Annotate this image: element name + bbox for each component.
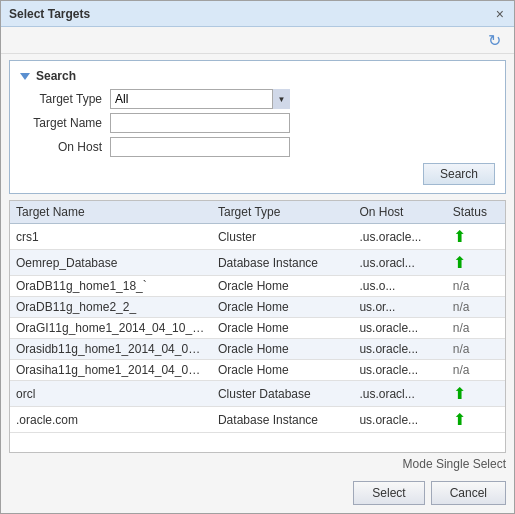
cell-status: n/a	[447, 276, 505, 297]
mode-label: Mode	[403, 457, 433, 471]
cell-status: ⬆	[447, 381, 505, 407]
cell-target-name: OraDB11g_home2_2_	[10, 297, 212, 318]
cell-target-name: orcl	[10, 381, 212, 407]
cell-status: n/a	[447, 339, 505, 360]
status-na-label: n/a	[453, 342, 470, 356]
search-section: Search Target Type All Cluster Database …	[9, 60, 506, 194]
cell-status: n/a	[447, 318, 505, 339]
table-row[interactable]: OraDB11g_home2_2_Oracle Homeus.or...n/a	[10, 297, 505, 318]
cell-target-type: Oracle Home	[212, 339, 353, 360]
status-up-icon: ⬆	[453, 228, 466, 245]
select-button[interactable]: Select	[353, 481, 424, 505]
table-row[interactable]: orclCluster Database.us.oracl...⬆	[10, 381, 505, 407]
collapse-triangle-icon[interactable]	[20, 73, 30, 80]
table-row[interactable]: .oracle.comDatabase Instanceus.oracle...…	[10, 407, 505, 433]
status-na-label: n/a	[453, 300, 470, 314]
table-row[interactable]: OraDB11g_home1_18_`Oracle Home.us.o...n/…	[10, 276, 505, 297]
cell-target-type: Oracle Home	[212, 276, 353, 297]
cell-target-type: Cluster Database	[212, 381, 353, 407]
cell-on-host: .us.o...	[353, 276, 446, 297]
table-header-row: Target Name Target Type On Host Status	[10, 201, 505, 224]
cell-on-host: us.or...	[353, 297, 446, 318]
refresh-icon[interactable]: ↻	[488, 31, 506, 49]
cell-target-type: Oracle Home	[212, 360, 353, 381]
target-name-input[interactable]	[110, 113, 290, 133]
cell-on-host: us.oracle...	[353, 407, 446, 433]
close-button[interactable]: ×	[494, 7, 506, 21]
table-row[interactable]: crs1Cluster.us.oracle...⬆	[10, 224, 505, 250]
cell-status: n/a	[447, 360, 505, 381]
table-row[interactable]: Oemrep_DatabaseDatabase Instance.us.orac…	[10, 250, 505, 276]
cell-target-name: crs1	[10, 224, 212, 250]
cell-status: n/a	[447, 297, 505, 318]
table-row[interactable]: OraGI11g_home1_2014_04_10_08_5...Oracle …	[10, 318, 505, 339]
cell-target-name: .oracle.com	[10, 407, 212, 433]
toolbar: ↻	[1, 27, 514, 54]
cell-on-host: .us.oracle...	[353, 224, 446, 250]
cell-on-host: us.oracle...	[353, 339, 446, 360]
cell-target-type: Cluster	[212, 224, 353, 250]
results-section: Target Name Target Type On Host Status c…	[9, 200, 506, 453]
cell-target-name: Oemrep_Database	[10, 250, 212, 276]
status-na-label: n/a	[453, 363, 470, 377]
cell-status: ⬆	[447, 407, 505, 433]
status-up-icon: ⬆	[453, 254, 466, 271]
target-type-label: Target Type	[20, 92, 110, 106]
status-na-label: n/a	[453, 321, 470, 335]
cell-on-host: us.oracle...	[353, 360, 446, 381]
cell-target-name: Orasiha11g_home1_2014_04_09_02...	[10, 360, 212, 381]
cell-target-type: Oracle Home	[212, 318, 353, 339]
col-target-type: Target Type	[212, 201, 353, 224]
table-row[interactable]: Orasidb11g_home1_2014_04_09_02...Oracle …	[10, 339, 505, 360]
target-name-label: Target Name	[20, 116, 110, 130]
cell-on-host: .us.oracl...	[353, 250, 446, 276]
cell-target-type: Database Instance	[212, 407, 353, 433]
status-up-icon: ⬆	[453, 385, 466, 402]
cell-status: ⬆	[447, 250, 505, 276]
status-up-icon: ⬆	[453, 411, 466, 428]
results-table: Target Name Target Type On Host Status c…	[10, 201, 505, 433]
table-row[interactable]: Orasiha11g_home1_2014_04_09_02...Oracle …	[10, 360, 505, 381]
cell-target-name: OraGI11g_home1_2014_04_10_08_5...	[10, 318, 212, 339]
cell-status: ⬆	[447, 224, 505, 250]
on-host-input[interactable]	[110, 137, 290, 157]
cancel-button[interactable]: Cancel	[431, 481, 506, 505]
search-button-row: Search	[20, 163, 495, 185]
mode-value: Single Select	[436, 457, 506, 471]
col-target-name: Target Name	[10, 201, 212, 224]
cell-target-name: Orasidb11g_home1_2014_04_09_02...	[10, 339, 212, 360]
target-name-row: Target Name	[20, 113, 495, 133]
cell-on-host: us.oracle...	[353, 318, 446, 339]
cell-on-host: .us.oracl...	[353, 381, 446, 407]
target-type-wrapper: All Cluster Database Instance Oracle Hom…	[110, 89, 290, 109]
cell-target-type: Database Instance	[212, 250, 353, 276]
footer-buttons: Select Cancel	[1, 475, 514, 513]
col-on-host: On Host	[353, 201, 446, 224]
search-button[interactable]: Search	[423, 163, 495, 185]
target-type-select[interactable]: All Cluster Database Instance Oracle Hom…	[110, 89, 290, 109]
cell-target-type: Oracle Home	[212, 297, 353, 318]
col-status: Status	[447, 201, 505, 224]
title-bar: Select Targets ×	[1, 1, 514, 27]
search-header: Search	[20, 69, 495, 83]
dialog-title: Select Targets	[9, 7, 90, 21]
on-host-row: On Host	[20, 137, 495, 157]
cell-target-name: OraDB11g_home1_18_`	[10, 276, 212, 297]
status-na-label: n/a	[453, 279, 470, 293]
target-type-row: Target Type All Cluster Database Instanc…	[20, 89, 495, 109]
footer-mode: Mode Single Select	[1, 453, 514, 475]
on-host-label: On Host	[20, 140, 110, 154]
select-targets-dialog: Select Targets × ↻ Search Target Type Al…	[0, 0, 515, 514]
search-section-label: Search	[36, 69, 76, 83]
